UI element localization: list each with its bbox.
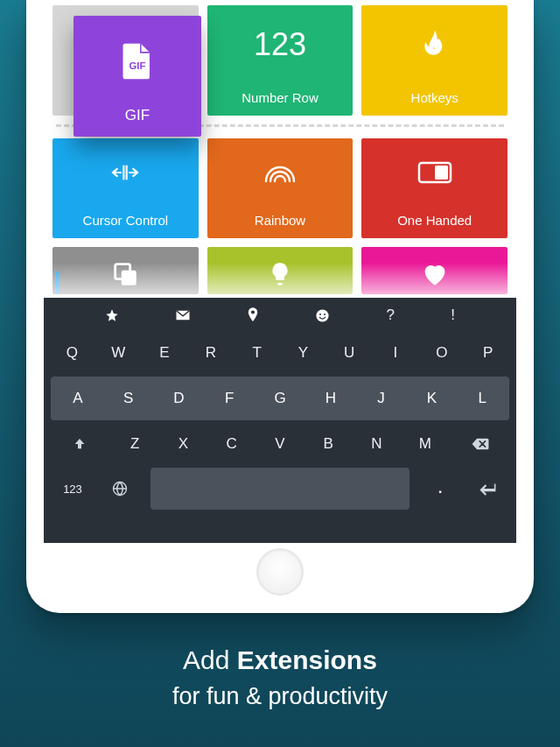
extension-tile-one-handed[interactable]: One Handed (361, 138, 508, 238)
marketing-caption: Add Extensions for fun & productivity (172, 643, 388, 712)
key-b[interactable]: B (306, 424, 351, 464)
key-x[interactable]: X (161, 424, 206, 464)
pin-icon[interactable] (247, 307, 259, 323)
key-u[interactable]: U (328, 333, 371, 373)
key-v[interactable]: V (257, 424, 302, 464)
key-j[interactable]: J (358, 377, 405, 420)
copy-icon (110, 252, 140, 289)
smiley-icon[interactable] (315, 308, 330, 323)
key-numbers[interactable]: 123 (51, 468, 94, 510)
key-space[interactable] (150, 468, 410, 510)
rainbow-icon (262, 138, 298, 206)
extension-tile-hotkeys[interactable]: Hotkeys (361, 5, 508, 116)
key-o[interactable]: O (420, 333, 463, 373)
one-handed-icon (417, 138, 452, 206)
svg-point-11 (324, 314, 326, 315)
key-m[interactable]: M (402, 424, 447, 464)
keyboard-row-home: A S D F G H J K L (51, 377, 509, 420)
extension-tile-rainbow[interactable]: Rainbow (207, 138, 354, 238)
key-a[interactable]: A (54, 377, 102, 420)
key-y[interactable]: Y (282, 333, 325, 373)
extensions-panel: 123 Number Row Hotkeys (44, 0, 516, 298)
key-k[interactable]: K (408, 377, 455, 420)
key-backspace[interactable] (451, 424, 509, 464)
key-shift[interactable] (51, 424, 109, 464)
key-i[interactable]: I (374, 333, 417, 373)
svg-rect-7 (122, 271, 136, 285)
extension-tile-cursor-control[interactable]: Cursor Control (52, 138, 199, 238)
key-r[interactable]: R (189, 333, 232, 373)
svg-rect-5 (435, 166, 448, 180)
key-g[interactable]: G (256, 377, 304, 420)
key-s[interactable]: S (105, 377, 152, 420)
key-enter[interactable] (466, 468, 509, 510)
key-w[interactable]: W (97, 333, 140, 373)
tablet-device-frame: 123 Number Row Hotkeys (26, 0, 534, 613)
keyboard: ? ! Q W E R T Y U I O P A S D F G (44, 298, 516, 543)
mail-icon[interactable] (175, 309, 191, 321)
key-f[interactable]: F (206, 377, 253, 420)
extension-tile-favorites[interactable] (361, 247, 508, 294)
bulb-icon (265, 252, 295, 289)
star-icon[interactable] (105, 308, 119, 322)
screen: 123 Number Row Hotkeys (44, 0, 516, 543)
extension-tile-tips[interactable] (207, 247, 354, 294)
caption-line-2: for fun & productivity (172, 680, 388, 712)
key-globe[interactable] (98, 468, 142, 510)
extension-tile-gif-dragging[interactable]: GIF GIF (74, 16, 201, 137)
key-t[interactable]: T (235, 333, 278, 373)
key-n[interactable]: N (354, 424, 399, 464)
svg-point-9 (317, 309, 329, 321)
keyboard-row-qwerty: Q W E R T Y U I O P (51, 333, 509, 373)
number-row-big-text: 123 (254, 5, 306, 83)
key-q[interactable]: Q (51, 333, 94, 373)
text-cursor (56, 271, 59, 294)
cursor-split-icon (108, 138, 143, 206)
heart-icon (420, 252, 450, 289)
key-d[interactable]: D (156, 377, 203, 420)
key-period[interactable]: . (418, 468, 462, 510)
shortcut-exclaim[interactable]: ! (451, 307, 455, 324)
key-l[interactable]: L (458, 377, 506, 420)
gif-tile-label: GIF (125, 107, 150, 124)
extensions-row-2: Cursor Control Rainbow (52, 138, 508, 238)
extensions-row-3 (52, 247, 508, 294)
keyboard-row-space: 123 . (51, 468, 509, 510)
home-button[interactable] (256, 548, 304, 595)
gif-file-icon: GIF (121, 16, 154, 107)
key-z[interactable]: Z (113, 424, 158, 464)
shortcut-question[interactable]: ? (387, 307, 395, 324)
svg-point-10 (319, 314, 321, 315)
key-p[interactable]: P (466, 333, 509, 373)
extension-tile-copy[interactable] (52, 247, 199, 294)
key-e[interactable]: E (144, 333, 186, 373)
svg-text:GIF: GIF (130, 60, 146, 71)
caption-line-1: Add Extensions (172, 643, 388, 679)
extension-tile-number-row[interactable]: 123 Number Row (207, 5, 354, 116)
key-c[interactable]: C (209, 424, 254, 464)
flame-icon (417, 5, 452, 83)
key-h[interactable]: H (307, 377, 354, 420)
keyboard-shortcut-row: ? ! (51, 301, 509, 329)
keyboard-row-bottom-letters: Z X C V B N M (51, 424, 509, 464)
